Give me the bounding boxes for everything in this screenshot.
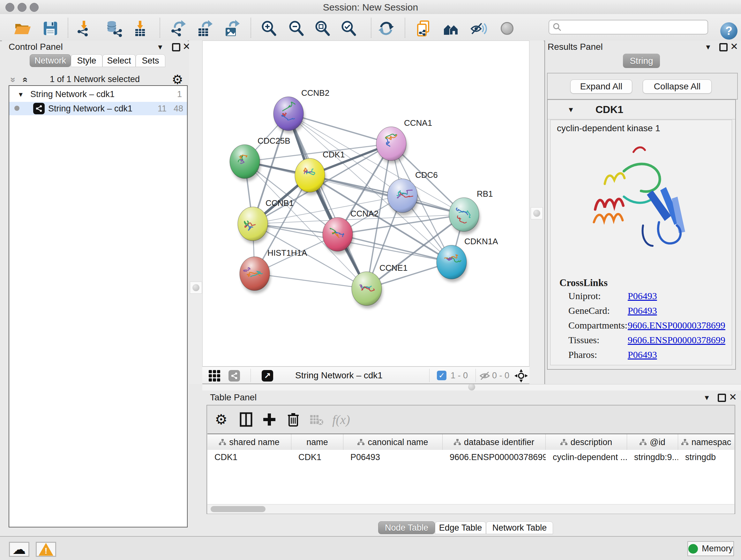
- crosslink-compartments-link[interactable]: 9606.ENSP00000378699: [628, 320, 725, 331]
- node-CDK1[interactable]: [295, 159, 325, 192]
- table-panel-collapse-icon[interactable]: ▼: [703, 394, 711, 402]
- selected-checkbox-icon[interactable]: ✓: [437, 371, 447, 380]
- main-toolbar: ?: [0, 14, 741, 41]
- node-CCNA1[interactable]: [376, 127, 406, 161]
- horizontal-splitter[interactable]: [202, 384, 741, 391]
- cell-description[interactable]: cyclin-dependent ...: [546, 452, 627, 462]
- crosslink-genecard-link[interactable]: P06493: [628, 305, 657, 316]
- column-header-id[interactable]: @id: [627, 434, 678, 450]
- grid-view-icon[interactable]: [208, 369, 221, 382]
- network-canvas[interactable]: CCNB2CCNA1CDC25BCDK1CDC6RB1CCNB1CCNA2CDK…: [202, 41, 529, 367]
- left-splitter-handle[interactable]: [190, 282, 202, 294]
- control-panel-collapse-icon[interactable]: ▼: [157, 43, 164, 51]
- left-splitter[interactable]: [189, 41, 202, 384]
- scrollbar-thumb[interactable]: [211, 506, 266, 512]
- right-splitter[interactable]: [529, 41, 544, 384]
- node-CDC25B[interactable]: [230, 145, 260, 179]
- network-graph[interactable]: CCNB2CCNA1CDC25BCDK1CDC6RB1CCNB1CCNA2CDK…: [203, 41, 529, 366]
- tab-node-table[interactable]: Node Table: [378, 521, 435, 534]
- zoom-selected-icon: [340, 19, 357, 37]
- collapse-all-button[interactable]: Collapse All: [643, 79, 712, 94]
- table-panel-close-icon[interactable]: ✕: [729, 391, 737, 402]
- right-splitter-handle[interactable]: [531, 207, 543, 219]
- search-input[interactable]: [562, 22, 708, 33]
- edge-HIST1H1A-CCNE1[interactable]: [255, 273, 367, 289]
- tab-string[interactable]: String: [623, 54, 660, 68]
- table-row[interactable]: CDK1 CDK1 P06493 9606.ENSP00000378699 cy…: [207, 450, 734, 464]
- create-column-button[interactable]: [260, 410, 279, 429]
- show-all-button[interactable]: [497, 18, 517, 39]
- crosslink-pharos-link[interactable]: P06493: [628, 349, 657, 360]
- node-CCNB1[interactable]: [238, 207, 268, 241]
- cell-canonical-name[interactable]: P06493: [343, 452, 443, 462]
- memory-button[interactable]: Memory: [687, 541, 734, 556]
- refresh-button[interactable]: [376, 18, 396, 39]
- expand-all-button[interactable]: Expand All: [570, 79, 632, 94]
- results-panel-float-icon[interactable]: [719, 43, 728, 51]
- cell-name[interactable]: CDK1: [291, 452, 343, 462]
- cell-id[interactable]: stringdb:9...: [627, 452, 678, 462]
- column-header-canonical-name[interactable]: canonical name: [343, 434, 443, 450]
- cell-shared-name[interactable]: CDK1: [207, 452, 291, 462]
- show-columns-button[interactable]: [237, 410, 256, 429]
- tab-style[interactable]: Style: [71, 54, 103, 67]
- cell-namespace[interactable]: stringdb: [678, 452, 734, 462]
- annotation-mode-button[interactable]: [413, 18, 434, 39]
- zoom-out-button[interactable]: [286, 18, 307, 39]
- export-table-button[interactable]: [195, 18, 215, 39]
- zoom-in-button[interactable]: [259, 18, 279, 39]
- network-share-view-icon[interactable]: [227, 369, 241, 382]
- edge-CCNB2-CCNE1[interactable]: [288, 114, 367, 289]
- tab-sets[interactable]: Sets: [136, 54, 165, 67]
- open-session-button[interactable]: [12, 18, 32, 39]
- search-box[interactable]: [549, 20, 708, 35]
- column-header-shared-name[interactable]: shared name: [207, 434, 291, 450]
- tab-edge-table[interactable]: Edge Table: [435, 521, 486, 534]
- birdseye-view-icon[interactable]: ↗: [261, 369, 274, 382]
- network-collection-row[interactable]: ▼ String Network – cdk1 1: [9, 88, 187, 101]
- import-table-button[interactable]: [130, 18, 150, 39]
- footer-separator: [475, 369, 476, 382]
- first-neighbors-button[interactable]: [441, 18, 461, 39]
- tab-network-table[interactable]: Network Table: [486, 521, 553, 534]
- results-panel-close-icon[interactable]: ✕: [730, 41, 738, 52]
- gene-section-header[interactable]: ▼ CDK1: [548, 100, 735, 119]
- delete-column-button[interactable]: [284, 410, 303, 429]
- import-network-button[interactable]: [73, 18, 94, 39]
- hide-selected-button[interactable]: [468, 18, 488, 39]
- table-panel-float-icon[interactable]: [718, 394, 726, 402]
- crosslink-tissues-link[interactable]: 9606.ENSP00000378699: [628, 334, 725, 346]
- export-table-icon: [196, 19, 214, 37]
- help-button[interactable]: ?: [720, 22, 738, 40]
- fit-content-crosshair-icon[interactable]: [515, 369, 528, 382]
- network-row-selected[interactable]: String Network – cdk1 11 48: [9, 102, 187, 115]
- node-CDKN1A[interactable]: [436, 245, 467, 279]
- toolbar-separator: [68, 18, 68, 38]
- section-collapse-caret-icon[interactable]: ▼: [567, 106, 575, 114]
- crosslink-uniprot-link[interactable]: P06493: [628, 291, 657, 301]
- export-network-button[interactable]: [168, 18, 188, 39]
- column-header-namespace[interactable]: namespac: [678, 434, 734, 450]
- hidden-eye-icon[interactable]: [478, 369, 491, 382]
- warnings-button[interactable]: !: [36, 542, 56, 557]
- node-CCNB2[interactable]: [273, 97, 304, 131]
- zoom-fit-button[interactable]: [312, 18, 333, 39]
- table-horizontal-scrollbar[interactable]: [207, 504, 734, 514]
- import-network-from-database-button[interactable]: [104, 18, 125, 39]
- save-session-button[interactable]: [40, 18, 61, 39]
- zoom-selected-button[interactable]: [338, 18, 359, 39]
- tab-select[interactable]: Select: [103, 54, 136, 67]
- column-header-database-identifier[interactable]: database identifier: [443, 434, 546, 450]
- network-options-gear-icon[interactable]: ⚙: [172, 73, 183, 86]
- control-panel-float-icon[interactable]: [172, 43, 180, 51]
- export-image-button[interactable]: [222, 18, 242, 39]
- results-panel-collapse-icon[interactable]: ▼: [704, 43, 712, 51]
- node-RB1[interactable]: [449, 198, 479, 232]
- tab-network[interactable]: Network: [30, 54, 71, 67]
- column-header-description[interactable]: description: [546, 434, 627, 450]
- cloud-button[interactable]: ☁: [9, 542, 29, 557]
- tree-collapse-caret-icon[interactable]: ▼: [17, 91, 24, 98]
- column-header-name[interactable]: name: [291, 434, 343, 450]
- cell-database-identifier[interactable]: 9606.ENSP00000378699: [443, 452, 546, 462]
- table-options-gear-icon[interactable]: ⚙: [212, 410, 231, 429]
